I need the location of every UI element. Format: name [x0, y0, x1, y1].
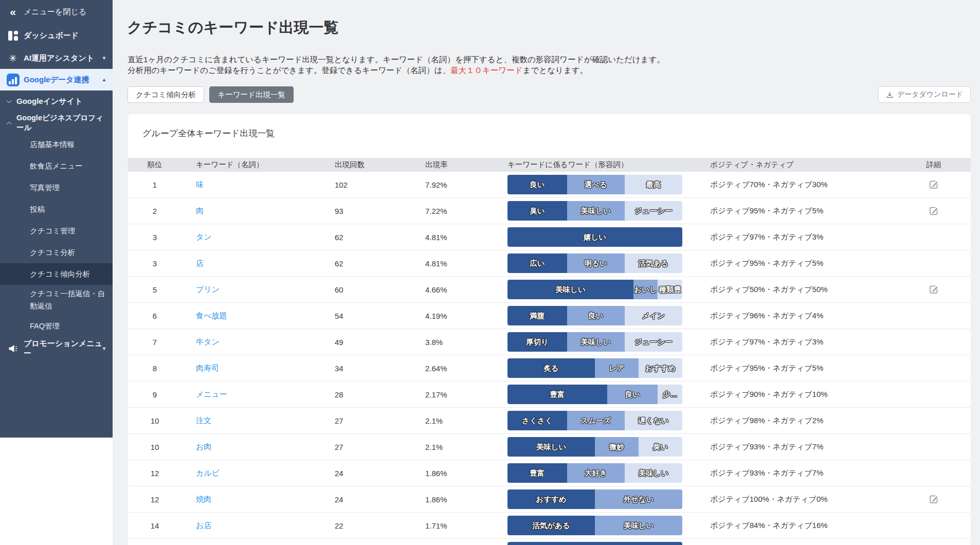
sidebar-item-store-basic-info[interactable]: 店舗基本情報	[0, 134, 113, 155]
adjective-segment: 微妙	[595, 437, 639, 457]
keyword-link[interactable]: 肉	[196, 206, 204, 215]
dashboard-label: ダッシュボード	[24, 31, 79, 41]
adjective-segment: 良い	[607, 385, 658, 404]
main-content: クチコミのキーワード出現一覧 直近1ヶ月のクチコミに含まれているキーワード出現一…	[113, 0, 980, 545]
adjective-segment: 種類豊	[658, 280, 682, 299]
keyword-link[interactable]: お店	[196, 521, 211, 530]
sidebar-item-google-insight[interactable]: Googleインサイト	[0, 90, 113, 112]
keyword-link[interactable]: 牛タン	[196, 337, 220, 346]
adjective-label: 美味しい	[580, 206, 611, 216]
edit-detail-icon[interactable]	[929, 179, 939, 190]
rate-cell: 1.86%	[425, 469, 507, 478]
collapse-sidebar-icon: «	[6, 5, 20, 19]
adjective-segment: 活気がある	[507, 516, 595, 535]
adjectives-cell: 良い選べる最高	[507, 175, 710, 194]
rank-cell: 14	[128, 521, 196, 530]
sentiment-cell: ポジティブ93%・ネガティブ7%	[710, 468, 916, 478]
keyword-table-card: グループ全体キーワード出現一覧 順位 キーワード（名詞） 出現回数 出現率 キー…	[128, 114, 971, 545]
adjective-segment: 遅くない	[625, 411, 682, 430]
sidebar-item-dashboard[interactable]: ダッシュボード	[0, 24, 113, 47]
table-row: 14お店221.71%活気がある美味しいポジティブ84%・ネガティブ16%	[128, 513, 971, 539]
adjective-label: おいし	[634, 285, 657, 295]
count-cell: 27	[335, 416, 425, 425]
sidebar-item-review-management[interactable]: クチコミ管理	[0, 220, 113, 242]
sidebar-item-google-data[interactable]: Googleデータ連携 ▲	[0, 69, 113, 90]
count-cell: 34	[335, 364, 425, 373]
header-keyword: キーワード（名詞）	[196, 160, 335, 170]
adjective-label: 良い	[625, 390, 640, 399]
sentiment-cell: ポジティブ96%・ネガティブ4%	[710, 311, 916, 321]
adjective-segment: ジューシー	[625, 332, 682, 352]
detail-cell	[916, 206, 952, 216]
count-cell: 54	[335, 312, 425, 320]
sidebar-item-ai-assistant[interactable]: ✳ AI運用アシスタント ▼	[0, 47, 113, 69]
keyword-cell: 肉	[196, 206, 335, 216]
sidebar-close-menu[interactable]: « メニューを閉じる	[0, 0, 113, 24]
keyword-link[interactable]: プリン	[196, 285, 220, 294]
edit-detail-icon[interactable]	[929, 494, 939, 504]
table-row: 7牛タン493.8%厚切り美味しいジューシーポジティブ97%・ネガティブ3%	[128, 329, 971, 355]
adjective-segment: 外せない	[595, 489, 682, 509]
table-header-row: 順位 キーワード（名詞） 出現回数 出現率 キーワードに係るワード（形容詞） ポ…	[128, 158, 971, 172]
keyword-cell: 牛タン	[196, 337, 335, 347]
sidebar-item-photo-management[interactable]: 写真管理	[0, 177, 113, 198]
edit-detail-icon[interactable]	[929, 284, 939, 295]
edit-detail-icon[interactable]	[929, 206, 939, 216]
keyword-link[interactable]: 焼肉	[196, 495, 211, 503]
keyword-link[interactable]: お肉	[196, 442, 211, 451]
table-row: 5プリン604.66%美味しいおいし種類豊ポジティブ50%・ネガティブ50%	[128, 277, 971, 303]
sentiment-cell: ポジティブ84%・ネガティブ16%	[710, 521, 916, 531]
keyword-link[interactable]: カルビ	[196, 468, 220, 477]
keyword-link[interactable]: 注文	[196, 416, 211, 425]
adjective-label: 種類豊	[659, 285, 681, 295]
sidebar-item-review-bulk-reply[interactable]: クチコミ一括返信・自動返信	[0, 285, 113, 315]
sidebar-item-review-analysis[interactable]: クチコミ分析	[0, 242, 113, 263]
rate-cell: 1.71%	[425, 521, 507, 530]
adjective-segment: 良い	[507, 175, 567, 194]
adjective-label: 大好き	[585, 468, 607, 478]
adjective-label: さくさく	[522, 416, 552, 426]
page-description: 直近1ヶ月のクチコミに含まれているキーワード出現一覧となります。キーワード（名詞…	[128, 54, 665, 76]
count-cell: 24	[335, 469, 425, 478]
sidebar-item-faq-management[interactable]: FAQ管理	[0, 315, 113, 337]
rank-cell: 3	[128, 233, 196, 242]
adjectives-cell: 美味しい微妙臭い	[507, 437, 710, 457]
detail-cell	[916, 494, 952, 504]
sidebar-item-restaurant-menu[interactable]: 飲食店メニュー	[0, 155, 113, 177]
sidebar-item-posts[interactable]: 投稿	[0, 198, 113, 220]
keyword-link[interactable]: 肉寿司	[196, 364, 219, 372]
chevron-up-icon	[6, 121, 15, 125]
adjective-label: 豊富	[550, 390, 565, 399]
adjective-label: 美味しい	[580, 337, 611, 347]
keyword-link[interactable]: 食べ放題	[196, 311, 227, 320]
keyword-link[interactable]: メニュー	[196, 390, 227, 398]
adjective-segment: メイン	[625, 306, 682, 325]
adjective-label: 嬉しい	[584, 232, 606, 242]
keyword-link[interactable]: 味	[196, 180, 204, 189]
adjective-segment: スムーズ	[567, 411, 625, 430]
count-cell: 22	[335, 521, 425, 530]
adjective-label: 明るい	[585, 259, 607, 268]
adjective-label: おすすめ	[645, 364, 676, 373]
google-insight-label: Googleインサイト	[16, 97, 82, 106]
sentiment-cell: ポジティブ50%・ネガティブ50%	[710, 285, 916, 295]
sidebar: « メニューを閉じる ダッシュボード ✳ AI運用アシスタント ▼ Google…	[0, 0, 113, 438]
rank-cell: 7	[128, 338, 196, 347]
download-label: データダウンロード	[897, 90, 963, 99]
tab-review-trend-analysis[interactable]: クチコミ傾向分析	[128, 86, 204, 103]
sidebar-item-google-business[interactable]: Googleビジネスプロフィール	[0, 112, 113, 134]
dashboard-icon	[6, 29, 20, 42]
adjective-segment: 美味しい	[595, 516, 682, 535]
rate-cell: 2.17%	[425, 390, 507, 399]
keyword-link[interactable]: タン	[196, 232, 212, 241]
data-download-button[interactable]: データダウンロード	[878, 86, 971, 103]
keyword-link[interactable]: 店	[196, 259, 204, 267]
ai-assistant-label: AI運用アシスタント	[24, 53, 94, 63]
adjective-segment	[507, 542, 682, 545]
sidebar-item-promotion-menu[interactable]: プロモーションメニュー ▼	[0, 337, 113, 360]
tab-keyword-occurrence-list[interactable]: キーワード出現一覧	[209, 86, 294, 103]
adjective-segment: ジューシー	[625, 201, 682, 221]
table-row: 3タン624.81%嬉しいポジティブ97%・ネガティブ3%	[128, 224, 971, 250]
sidebar-item-review-trend-analysis[interactable]: クチコミ傾向分析	[0, 263, 113, 285]
count-cell: 28	[335, 390, 425, 399]
